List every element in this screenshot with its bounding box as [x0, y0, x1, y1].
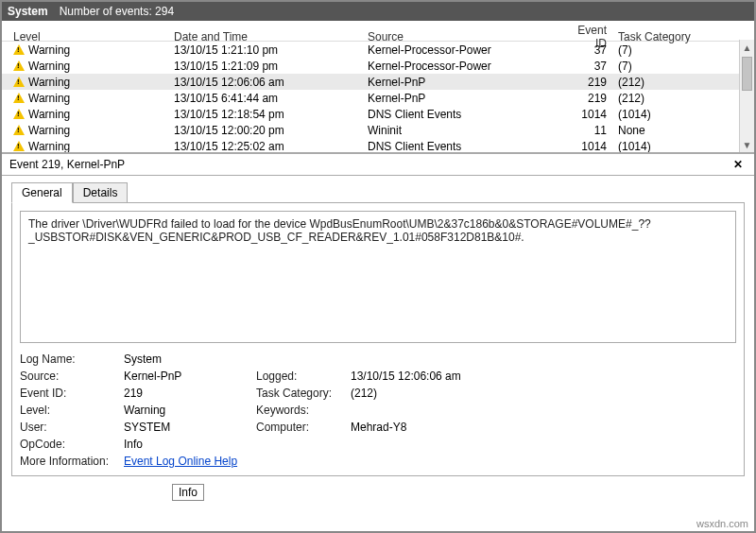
grid-body: Warning13/10/15 1:21:10 pmKernel-Process… — [2, 42, 754, 153]
label-source: Source: — [20, 370, 124, 383]
table-row[interactable]: Warning13/10/15 1:21:10 pmKernel-Process… — [2, 42, 754, 58]
label-opcode: OpCode: — [20, 438, 124, 451]
close-icon[interactable]: ✕ — [730, 158, 747, 171]
cell-task-category: (1014) — [614, 140, 747, 153]
cell-level: Warning — [9, 60, 170, 73]
event-count: Number of events: 294 — [60, 5, 174, 18]
cell-event-id: 37 — [562, 60, 614, 73]
warning-icon — [13, 77, 25, 87]
value-source: Kernel-PnP — [124, 370, 256, 383]
cell-event-id: 219 — [562, 92, 614, 105]
cell-event-id: 37 — [562, 43, 614, 57]
event-grid: Level Date and Time Source Event ID Task… — [2, 21, 754, 153]
value-log-name: System — [124, 352, 256, 366]
value-computer: Mehrad-Y8 — [351, 421, 540, 434]
tab-details[interactable]: Details — [73, 182, 129, 203]
tab-general[interactable]: General — [11, 182, 73, 203]
cell-level: Warning — [9, 76, 170, 89]
table-row[interactable]: Warning13/10/15 12:18:54 pmDNS Client Ev… — [2, 106, 754, 122]
label-more-info: More Information: — [20, 455, 124, 468]
warning-icon — [13, 93, 25, 103]
value-opcode: Info — [124, 438, 256, 451]
table-row[interactable]: Warning13/10/15 12:00:20 pmWininit11None — [2, 122, 754, 138]
warning-icon — [13, 125, 25, 135]
label-keywords: Keywords: — [256, 404, 351, 417]
warning-icon — [13, 60, 25, 71]
cell-source: Kernel-Processor-Power — [364, 60, 562, 73]
value-event-id: 219 — [124, 387, 256, 400]
event-properties: Log Name: System Source: Kernel-PnP Logg… — [20, 352, 736, 468]
cell-date-time: 13/10/15 12:18:54 pm — [170, 108, 364, 121]
cell-event-id: 1014 — [562, 140, 614, 153]
label-logged: Logged: — [256, 370, 351, 383]
warning-icon — [13, 141, 25, 151]
cell-level: Warning — [9, 108, 170, 121]
value-logged: 13/10/15 12:06:06 am — [351, 370, 540, 383]
top-bar: System Number of events: 294 — [2, 2, 754, 21]
cell-level: Warning — [9, 92, 170, 105]
scroll-thumb[interactable] — [742, 57, 752, 91]
cell-level: Warning — [9, 43, 170, 57]
cell-date-time: 13/10/15 1:21:10 pm — [170, 43, 364, 57]
cell-source: Wininit — [364, 124, 562, 137]
footer-url: wsxdn.com — [696, 518, 748, 529]
warning-icon — [13, 44, 25, 55]
grid-header: Level Date and Time Source Event ID Task… — [2, 21, 754, 42]
table-row[interactable]: Warning13/10/15 12:25:02 amDNS Client Ev… — [2, 138, 754, 153]
cell-task-category: (7) — [614, 43, 747, 57]
cell-level: Warning — [9, 140, 170, 153]
cell-task-category: (212) — [614, 92, 747, 105]
cell-date-time: 13/10/15 12:06:06 am — [170, 76, 364, 89]
detail-title-bar: Event 219, Kernel-PnP ✕ — [2, 153, 754, 176]
cell-source: Kernel-PnP — [364, 76, 562, 89]
event-message[interactable]: The driver \Driver\WUDFRd failed to load… — [20, 211, 736, 343]
label-log-name: Log Name: — [20, 352, 124, 366]
label-task-category: Task Category: — [256, 387, 351, 400]
scroll-down-arrow[interactable]: ▼ — [740, 137, 754, 152]
tabs: General Details — [2, 176, 754, 202]
value-task-category: (212) — [351, 387, 540, 400]
cell-task-category: (212) — [614, 76, 747, 89]
cell-task-category: None — [614, 124, 747, 137]
cell-date-time: 13/10/15 12:00:20 pm — [170, 124, 364, 137]
detail-title: Event 219, Kernel-PnP — [9, 158, 125, 171]
value-level: Warning — [124, 404, 256, 417]
link-online-help[interactable]: Event Log Online Help — [124, 455, 237, 468]
cell-date-time: 13/10/15 12:25:02 am — [170, 140, 364, 153]
tab-content-general: The driver \Driver\WUDFRd failed to load… — [11, 202, 745, 476]
cell-task-category: (7) — [614, 60, 747, 73]
cell-event-id: 11 — [562, 124, 614, 137]
label-computer: Computer: — [256, 421, 351, 434]
label-user: User: — [20, 421, 124, 434]
scroll-up-arrow[interactable]: ▲ — [740, 40, 754, 55]
value-user: SYSTEM — [124, 421, 256, 434]
label-level: Level: — [20, 404, 124, 417]
table-row[interactable]: Warning13/10/15 6:41:44 amKernel-PnP219(… — [2, 90, 754, 106]
label-event-id: Event ID: — [20, 387, 124, 400]
warning-icon — [13, 109, 25, 119]
cell-date-time: 13/10/15 1:21:09 pm — [170, 60, 364, 73]
log-title: System — [8, 5, 48, 18]
cell-date-time: 13/10/15 6:41:44 am — [170, 92, 364, 105]
cell-event-id: 219 — [562, 76, 614, 89]
value-keywords — [351, 404, 540, 417]
cell-source: DNS Client Events — [364, 140, 562, 153]
table-row[interactable]: Warning13/10/15 12:06:06 amKernel-PnP219… — [2, 74, 754, 90]
table-row[interactable]: Warning13/10/15 1:21:09 pmKernel-Process… — [2, 58, 754, 74]
cell-source: DNS Client Events — [364, 108, 562, 121]
tooltip: Info — [172, 484, 204, 501]
cell-level: Warning — [9, 124, 170, 137]
vertical-scrollbar[interactable]: ▲ ▼ — [739, 40, 754, 152]
cell-source: Kernel-PnP — [364, 92, 562, 105]
cell-source: Kernel-Processor-Power — [364, 43, 562, 57]
cell-event-id: 1014 — [562, 108, 614, 121]
cell-task-category: (1014) — [614, 108, 747, 121]
